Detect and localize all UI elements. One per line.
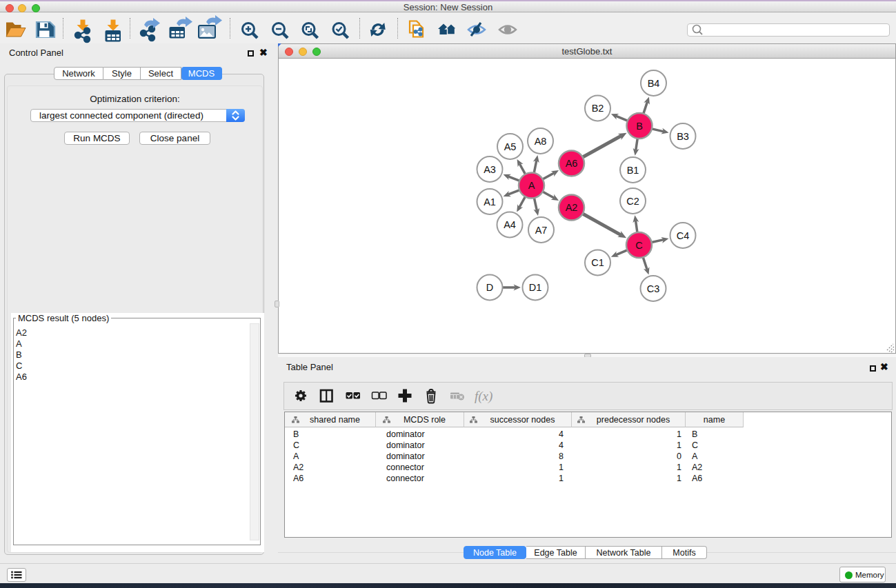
svg-text:C4: C4 <box>677 230 690 241</box>
svg-text:C1: C1 <box>591 257 604 268</box>
svg-text:A8: A8 <box>535 136 547 147</box>
svg-text:f(x): f(x) <box>475 389 492 404</box>
svg-text:B2: B2 <box>592 103 604 114</box>
svg-text:A3: A3 <box>484 164 496 175</box>
svg-text:B: B <box>636 121 643 132</box>
svg-text:B3: B3 <box>677 131 689 142</box>
svg-text:C3: C3 <box>647 283 660 294</box>
svg-text:A4: A4 <box>504 219 516 230</box>
svg-text:A1: A1 <box>484 196 496 207</box>
svg-text:C2: C2 <box>626 196 639 207</box>
svg-text:D: D <box>486 282 493 293</box>
svg-text:C: C <box>635 240 642 251</box>
svg-text:A5: A5 <box>504 141 517 152</box>
svg-text:A2: A2 <box>566 202 578 213</box>
svg-text:A7: A7 <box>535 225 548 236</box>
svg-text:A: A <box>528 180 535 191</box>
svg-text:A6: A6 <box>566 158 578 169</box>
svg-text:B4: B4 <box>648 78 660 89</box>
svg-text:D1: D1 <box>529 282 542 293</box>
svg-text:B1: B1 <box>627 165 639 176</box>
